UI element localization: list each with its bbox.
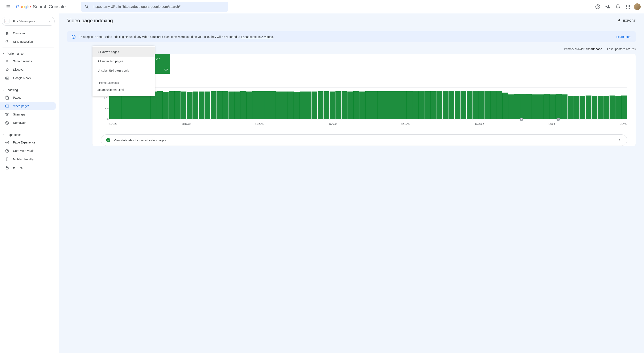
sidebar-item-mobile-usability[interactable]: Mobile Usability	[0, 155, 56, 163]
chart-bar[interactable]	[514, 94, 520, 119]
chart-bar[interactable]	[276, 92, 282, 119]
chart-bar[interactable]	[472, 91, 478, 119]
sidebar-item-url-inspection[interactable]: URL inspection	[0, 38, 56, 46]
chart-bar[interactable]	[460, 91, 466, 119]
chart-bar[interactable]	[437, 91, 442, 119]
chart-bar[interactable]	[246, 92, 252, 119]
sidebar-section-performance[interactable]: Performance	[0, 50, 56, 57]
chart-bar[interactable]	[621, 96, 627, 119]
chart-bar[interactable]	[407, 91, 412, 119]
chart-bar[interactable]	[586, 96, 591, 119]
chart-bar[interactable]	[419, 91, 424, 119]
property-selector[interactable]: <-> https://developers.g…	[2, 17, 55, 26]
chart-bar[interactable]	[306, 92, 312, 119]
chart-bar[interactable]	[580, 96, 585, 119]
product-logo[interactable]: Google Search Console	[16, 4, 66, 10]
chart-bar[interactable]	[490, 91, 496, 119]
chart-bar[interactable]	[401, 91, 407, 119]
chart-bar[interactable]	[204, 92, 210, 119]
chart-bar[interactable]	[520, 94, 526, 119]
chart-bar[interactable]	[342, 91, 347, 119]
sidebar-item-video-pages[interactable]: Video pages	[0, 102, 56, 110]
chart-bar[interactable]	[288, 92, 294, 119]
chart-bar[interactable]	[616, 96, 621, 119]
chart-bar[interactable]	[443, 91, 448, 119]
chart-bar[interactable]	[258, 91, 264, 119]
chart-bar[interactable]	[175, 91, 180, 119]
chart-bar[interactable]	[282, 92, 288, 119]
chart-bar[interactable]	[377, 91, 383, 119]
chart-bar[interactable]	[478, 91, 484, 119]
chart-bar[interactable]	[389, 91, 395, 119]
chart-bar[interactable]	[568, 96, 574, 119]
chart-bar[interactable]	[169, 91, 174, 119]
chart-bar[interactable]	[228, 92, 234, 119]
dropdown-item[interactable]: All submitted pages	[92, 57, 155, 66]
sidebar-item-https[interactable]: HTTPS	[0, 163, 56, 172]
sidebar-section-indexing[interactable]: Indexing	[0, 86, 56, 93]
sidebar-item-sitemaps[interactable]: Sitemaps	[0, 110, 56, 119]
notifications-button[interactable]	[614, 3, 622, 11]
chart-bar[interactable]	[556, 94, 562, 119]
dropdown-sitemap-item[interactable]: /search/sitemap.xml	[92, 85, 155, 95]
learn-more-link[interactable]: Learn more	[616, 35, 632, 39]
dropdown-item[interactable]: All known pages	[92, 47, 155, 57]
chart-bar[interactable]	[550, 95, 556, 119]
chart-bar[interactable]	[264, 91, 270, 119]
sidebar-item-discover[interactable]: Discover	[0, 66, 56, 74]
chart-bar[interactable]	[312, 92, 318, 119]
chart-bar[interactable]	[163, 92, 168, 119]
sidebar-item-search-results[interactable]: GSearch results	[0, 57, 56, 66]
chart-bar[interactable]	[252, 91, 258, 119]
chart-bar[interactable]	[216, 91, 222, 119]
chart-bar[interactable]	[496, 91, 502, 119]
chart-bar[interactable]	[574, 96, 580, 119]
chart-bar[interactable]	[187, 92, 192, 119]
chart-bar[interactable]	[193, 92, 198, 119]
chart-bar[interactable]	[240, 91, 246, 119]
chart-bar[interactable]	[395, 91, 401, 119]
chart-bar[interactable]	[383, 91, 389, 119]
chart-bar[interactable]	[234, 92, 240, 119]
view-data-row[interactable]: View data about indexed video pages	[101, 134, 627, 146]
chart-bar[interactable]	[365, 91, 371, 119]
chart-bar[interactable]	[466, 91, 472, 119]
chart-bar[interactable]	[455, 91, 460, 119]
chart-bar[interactable]	[592, 96, 597, 119]
chart-bar[interactable]	[318, 91, 323, 119]
chart-bar[interactable]	[270, 91, 276, 119]
sidebar-item-page-experience[interactable]: Page Experience	[0, 138, 56, 147]
chart-bar[interactable]	[300, 92, 306, 119]
chart-bar[interactable]	[324, 91, 329, 119]
chart-bar[interactable]	[371, 91, 377, 119]
chart-bar[interactable]	[198, 92, 204, 119]
chart-bar[interactable]	[604, 96, 609, 119]
chart-bar[interactable]	[538, 95, 544, 119]
sidebar-item-core-web-vitals[interactable]: Core Web Vitals	[0, 147, 56, 155]
sidebar-section-experience[interactable]: Experience	[0, 131, 56, 138]
chart-bar[interactable]	[210, 91, 216, 119]
dropdown-item[interactable]: Unsubmitted pages only	[92, 66, 155, 75]
chart-bar[interactable]	[413, 91, 419, 119]
chart-bar[interactable]	[181, 92, 186, 119]
chart-bar[interactable]	[336, 91, 341, 119]
chart-bar[interactable]	[532, 95, 538, 119]
chart-bar[interactable]	[348, 92, 353, 119]
chart-bar[interactable]	[526, 94, 532, 119]
sidebar-item-removals[interactable]: Removals	[0, 119, 56, 127]
sidebar-item-google-news[interactable]: Google News	[0, 74, 56, 82]
chart-bar[interactable]	[562, 95, 568, 119]
chart-bar[interactable]	[502, 93, 508, 119]
chart-event-marker[interactable]: 1	[556, 118, 560, 121]
metric-help-button[interactable]	[164, 68, 168, 71]
enhancements-link[interactable]: Enhancements > Videos	[241, 35, 273, 39]
apps-button[interactable]	[624, 3, 632, 11]
chart-bar[interactable]	[431, 91, 436, 119]
chart-bar[interactable]	[449, 91, 454, 119]
chart-bar[interactable]	[360, 92, 365, 119]
chart-event-marker[interactable]: 1	[520, 118, 523, 121]
chart-bar[interactable]	[330, 92, 335, 119]
account-avatar[interactable]	[634, 3, 641, 10]
url-inspect-search[interactable]	[81, 2, 228, 12]
chart-bar[interactable]	[353, 91, 359, 119]
